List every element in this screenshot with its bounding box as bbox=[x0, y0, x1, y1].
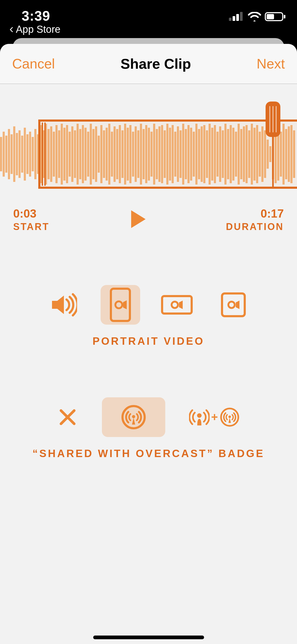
svg-rect-12 bbox=[13, 126, 15, 182]
plus-icon: + bbox=[211, 411, 218, 424]
portrait-video-icon bbox=[110, 288, 131, 322]
wifi-icon bbox=[248, 12, 261, 21]
page-title: Share Clip bbox=[120, 56, 191, 72]
share-clip-sheet: Cancel Share Clip Next 0:03 START bbox=[0, 44, 297, 644]
badge-none-option[interactable] bbox=[57, 407, 78, 428]
waveform-editor[interactable] bbox=[0, 108, 297, 198]
svg-rect-9 bbox=[5, 136, 7, 173]
duration-block: 0:17 DURATION bbox=[226, 207, 284, 232]
square-video-icon bbox=[221, 292, 246, 317]
format-options bbox=[0, 285, 297, 325]
badge-podcast-overcast-option[interactable]: + bbox=[189, 407, 240, 427]
svg-rect-18 bbox=[29, 132, 31, 177]
navbar: Cancel Share Clip Next bbox=[0, 44, 297, 84]
svg-rect-17 bbox=[26, 134, 29, 174]
svg-rect-15 bbox=[21, 136, 23, 173]
badge-overcast-option[interactable] bbox=[102, 397, 165, 437]
svg-rect-7 bbox=[0, 137, 2, 171]
play-icon bbox=[127, 208, 149, 230]
svg-rect-6 bbox=[267, 14, 274, 19]
cellular-icon bbox=[229, 12, 244, 21]
cancel-button[interactable]: Cancel bbox=[12, 56, 55, 72]
status-time: 3:39 bbox=[22, 8, 50, 24]
clip-selection[interactable] bbox=[38, 119, 297, 189]
svg-rect-5 bbox=[284, 15, 285, 19]
play-button[interactable] bbox=[127, 208, 149, 231]
back-to-app-label: App Store bbox=[16, 24, 60, 35]
time-row: 0:03 START 0:17 DURATION bbox=[0, 198, 297, 235]
badge-options: + bbox=[0, 397, 297, 437]
svg-rect-121 bbox=[162, 296, 192, 314]
duration-label: DURATION bbox=[226, 221, 284, 232]
svg-rect-123 bbox=[222, 293, 245, 316]
badge-section: + “SHARED WITH OVERCAST” BADGE bbox=[0, 397, 297, 459]
badge-label: “SHARED WITH OVERCAST” BADGE bbox=[0, 448, 297, 459]
selection-start-handle[interactable] bbox=[38, 119, 46, 189]
svg-rect-119 bbox=[111, 289, 130, 321]
svg-rect-20 bbox=[34, 129, 36, 179]
status-icons bbox=[229, 12, 286, 22]
svg-point-124 bbox=[228, 302, 235, 308]
svg-rect-11 bbox=[11, 134, 13, 174]
overcast-icon bbox=[120, 404, 147, 430]
landscape-video-icon bbox=[161, 295, 193, 315]
svg-rect-8 bbox=[3, 132, 5, 177]
start-time-value: 0:03 bbox=[13, 207, 49, 220]
chevron-left-icon bbox=[8, 26, 15, 33]
speaker-icon bbox=[51, 293, 77, 317]
svg-rect-19 bbox=[32, 137, 34, 171]
svg-point-122 bbox=[172, 302, 178, 308]
svg-rect-10 bbox=[8, 129, 10, 179]
duration-value: 0:17 bbox=[261, 207, 284, 220]
podcast-icon bbox=[189, 407, 210, 427]
format-audio-option[interactable] bbox=[44, 285, 84, 325]
start-time-label: START bbox=[13, 221, 49, 232]
battery-icon bbox=[265, 12, 286, 22]
format-square-option[interactable] bbox=[214, 285, 253, 325]
svg-rect-0 bbox=[229, 18, 232, 21]
svg-rect-2 bbox=[236, 14, 239, 21]
svg-rect-14 bbox=[18, 130, 21, 178]
format-label: PORTRAIT VIDEO bbox=[0, 335, 297, 347]
svg-rect-16 bbox=[24, 128, 26, 181]
status-bar: 3:39 App Store bbox=[0, 0, 297, 35]
svg-point-127 bbox=[197, 413, 201, 418]
overcast-icon bbox=[219, 407, 240, 427]
format-landscape-option[interactable] bbox=[157, 285, 197, 325]
next-button[interactable]: Next bbox=[257, 56, 285, 72]
format-portrait-option[interactable] bbox=[101, 285, 140, 325]
playhead-handle[interactable] bbox=[266, 102, 280, 137]
svg-point-120 bbox=[115, 301, 122, 308]
svg-rect-13 bbox=[16, 133, 18, 175]
svg-rect-1 bbox=[233, 16, 235, 21]
svg-rect-3 bbox=[240, 12, 243, 21]
close-icon bbox=[58, 408, 77, 426]
home-indicator[interactable] bbox=[93, 636, 204, 639]
start-time-block: 0:03 START bbox=[13, 207, 49, 232]
format-section: PORTRAIT VIDEO bbox=[0, 285, 297, 347]
back-to-app[interactable]: App Store bbox=[8, 24, 60, 35]
